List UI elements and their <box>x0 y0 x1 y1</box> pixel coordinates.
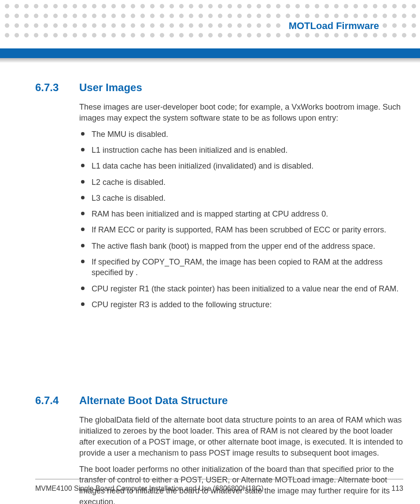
section-number: 6.7.4 <box>35 394 79 407</box>
bullet-list: The MMU is disabled. L1 instruction cach… <box>79 129 403 310</box>
list-item: L3 cache is disabled. <box>79 193 403 203</box>
page-header-title: MOTLoad Firmware <box>285 20 383 32</box>
list-item: If specified by COPY_TO_RAM, the image h… <box>79 257 403 278</box>
section-heading-673: 6.7.3 User Images <box>35 81 403 94</box>
list-item: CPU register R1 (the stack pointer) has … <box>79 283 403 294</box>
footer-page-number: 113 <box>391 485 403 493</box>
list-item: If RAM ECC or parity is supported, RAM h… <box>79 224 403 235</box>
list-item: L1 data cache has been initialized (inva… <box>79 161 403 171</box>
section-gap <box>35 315 403 394</box>
header-gray-bar <box>0 58 420 63</box>
list-item: CPU register R3 is added to the followin… <box>79 299 403 310</box>
section-title: Alternate Boot Data Structure <box>79 394 228 407</box>
list-item: L2 cache is disabled. <box>79 177 403 188</box>
list-item: The active flash bank (boot) is mapped f… <box>79 241 403 251</box>
list-item: L1 instruction cache has been initialize… <box>79 145 403 155</box>
footer-doc-title: MVME4100 Single Board Computer Installat… <box>35 485 264 493</box>
intro-paragraph: These images are user-developer boot cod… <box>79 102 403 124</box>
section-title: User Images <box>79 81 142 94</box>
header-blue-bar <box>0 48 420 58</box>
paragraph: The boot loader performs no other initia… <box>79 464 403 504</box>
paragraph: The globalData field of the alternate bo… <box>79 415 403 458</box>
footer-divider <box>35 479 403 479</box>
section-number: 6.7.3 <box>35 81 79 94</box>
section-heading-674: 6.7.4 Alternate Boot Data Structure <box>35 394 403 407</box>
page-content: 6.7.3 User Images These images are user-… <box>35 81 403 504</box>
section-body-673: These images are user-developer boot cod… <box>79 102 403 310</box>
page-footer: MVME4100 Single Board Computer Installat… <box>35 485 403 493</box>
list-item: RAM has been initialized and is mapped s… <box>79 209 403 219</box>
list-item: The MMU is disabled. <box>79 129 403 140</box>
